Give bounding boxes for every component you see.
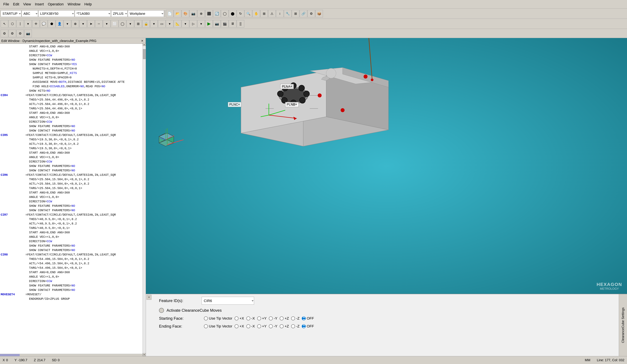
scroll-track[interactable]: [143, 46, 146, 353]
tb2-tri2[interactable]: ▾: [197, 20, 205, 28]
tb-btn-new[interactable]: 📄: [166, 10, 173, 17]
ending-off-radio[interactable]: [302, 324, 306, 328]
viewport[interactable]: x z: [146, 38, 627, 294]
t1a0b0-select[interactable]: *T1A0B0: [75, 10, 111, 17]
ending-pz-radio[interactable]: [280, 324, 284, 328]
tb3-btn1[interactable]: ⚙: [1, 30, 8, 37]
ending-nx[interactable]: -X: [246, 324, 255, 328]
code-panel-close[interactable]: ×: [140, 39, 144, 43]
starting-nz-radio[interactable]: [291, 316, 295, 320]
tb-btn-warning[interactable]: ⚠: [268, 10, 276, 17]
tb2-rect2[interactable]: ▾: [166, 20, 173, 28]
starting-px[interactable]: +X: [235, 316, 244, 320]
tb2-tri[interactable]: ▷: [190, 20, 197, 28]
tb2-lock[interactable]: 🔒: [142, 20, 150, 28]
tb-btn-open[interactable]: 📂: [174, 10, 181, 17]
tb2-monitor[interactable]: 🖥: [229, 20, 236, 28]
tb2-circle2[interactable]: ◯: [119, 20, 126, 28]
ending-py-radio[interactable]: [257, 324, 261, 328]
scroll-thumb[interactable]: [143, 49, 146, 59]
scroll-up[interactable]: ▲: [143, 43, 146, 46]
ending-nz-radio[interactable]: [291, 324, 295, 328]
starting-ny[interactable]: -Y: [269, 316, 277, 320]
tb3-btn3[interactable]: ⚙: [16, 30, 24, 37]
tb-btn-connect[interactable]: 🔗: [300, 10, 307, 17]
tb2-coord[interactable]: ⊕: [71, 20, 79, 28]
tb2-square[interactable]: ⬜: [111, 20, 118, 28]
tb-btn-grid[interactable]: ⊞: [292, 10, 299, 17]
starting-nz[interactable]: -Z: [291, 316, 300, 320]
tb2-measure2[interactable]: ▾: [182, 20, 189, 28]
starting-py-radio[interactable]: [257, 316, 261, 320]
menu-help[interactable]: Help: [82, 1, 94, 7]
tb2-circle3[interactable]: ▾: [127, 20, 134, 28]
feature-id-select[interactable]: CIR6: [202, 297, 254, 305]
probe-select[interactable]: LSPX3BY50: [38, 10, 74, 17]
tb2-camera2[interactable]: 📷: [213, 20, 221, 28]
zplus-select[interactable]: ZPLUS: [111, 10, 128, 17]
tb-btn-circle[interactable]: ◯: [221, 10, 228, 17]
tb2-coord2[interactable]: ▾: [79, 20, 87, 28]
tb2-btn3[interactable]: |: [16, 20, 24, 28]
tb2-move3[interactable]: ▾: [103, 20, 110, 28]
ending-py[interactable]: +Y: [257, 324, 267, 328]
tb-btn-rotate[interactable]: ↻: [237, 10, 244, 17]
startup-select[interactable]: STARTUP: [1, 10, 21, 17]
activate-checkbox[interactable]: [159, 308, 164, 313]
tb2-person[interactable]: 👤: [56, 20, 63, 28]
menu-window[interactable]: Window: [66, 1, 82, 7]
tb-btn-cube[interactable]: ⬛: [205, 10, 213, 17]
menu-operation[interactable]: Operation: [46, 1, 66, 7]
tb-btn-zoom[interactable]: 🔍: [245, 10, 252, 17]
tb-btn-align[interactable]: ⊞: [260, 10, 268, 17]
tb2-play[interactable]: ▶: [205, 20, 213, 28]
code-scrollbar[interactable]: ▲ ▼: [143, 43, 146, 356]
ending-use-tip-vector[interactable]: Use Tip Vector: [204, 324, 232, 328]
tb-btn-camera[interactable]: 📷: [190, 10, 197, 17]
ending-off[interactable]: OFF: [302, 324, 314, 328]
tb3-camera3[interactable]: 📷: [24, 30, 32, 37]
tb2-grid2[interactable]: ⣿: [237, 20, 244, 28]
tb-btn-probe-icon[interactable]: 🔧: [284, 10, 291, 17]
ending-ny-radio[interactable]: [269, 324, 273, 328]
code-content[interactable]: START ANG=0,END ANG=360 ANGLE VEC=<1,0,0…: [0, 44, 146, 354]
starting-ny-radio[interactable]: [269, 316, 273, 320]
tb-btn-pan[interactable]: ✋: [253, 10, 260, 17]
starting-pz-radio[interactable]: [280, 316, 284, 320]
ending-px-radio[interactable]: [235, 324, 239, 328]
tb-btn-refresh[interactable]: 🔄: [213, 10, 221, 17]
menu-edit[interactable]: Edit: [11, 1, 21, 7]
starting-py[interactable]: +Y: [257, 316, 267, 320]
tb2-film[interactable]: 🎬: [221, 20, 228, 28]
tb3-btn2[interactable]: ⚙: [8, 30, 16, 37]
tb2-btn4[interactable]: ▾: [24, 20, 32, 28]
tb2-rect[interactable]: ▭: [158, 20, 165, 28]
tb-btn-move[interactable]: ↕: [276, 10, 284, 17]
tb2-person2[interactable]: ▾: [64, 20, 71, 28]
menu-file[interactable]: File: [1, 1, 11, 7]
tb2-bubble[interactable]: 💬: [40, 20, 48, 28]
starting-pz[interactable]: +Z: [280, 316, 289, 320]
starting-use-tip-vector[interactable]: Use Tip Vector: [204, 316, 232, 320]
tb2-measure[interactable]: 📐: [174, 20, 181, 28]
tb-btn-extra[interactable]: 📦: [315, 10, 323, 17]
menu-view[interactable]: View: [21, 1, 33, 7]
ending-pz[interactable]: +Z: [280, 324, 289, 328]
tb-btn-crosshair[interactable]: ⊕: [197, 10, 205, 17]
tb-btn-sphere[interactable]: ⬤: [229, 10, 236, 17]
workplane-select[interactable]: Workplane: [128, 10, 164, 17]
ending-nx-radio[interactable]: [246, 324, 250, 328]
starting-px-radio[interactable]: [235, 316, 239, 320]
starting-tip-radio[interactable]: [204, 316, 208, 320]
ending-nz[interactable]: -Z: [291, 324, 300, 328]
panel-close-button[interactable]: ×: [147, 295, 152, 300]
starting-nx[interactable]: -X: [246, 316, 255, 320]
ending-ny[interactable]: -Y: [269, 324, 277, 328]
tb2-arrow[interactable]: ➤: [87, 20, 95, 28]
starting-off[interactable]: OFF: [302, 316, 314, 320]
tb2-hash[interactable]: ⊞: [134, 20, 142, 28]
ending-tip-radio[interactable]: [204, 324, 208, 328]
abc-select[interactable]: ABC: [22, 10, 38, 17]
menu-insert[interactable]: Insert: [33, 1, 46, 7]
tb2-lock2[interactable]: ▾: [150, 20, 158, 28]
